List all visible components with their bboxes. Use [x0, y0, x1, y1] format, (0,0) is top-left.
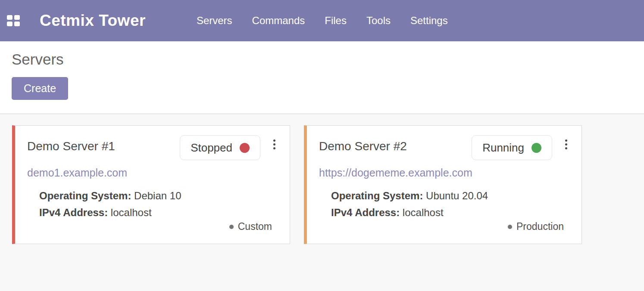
- server-details: Operating System: Ubuntu 20.04 IPv4 Addr…: [331, 187, 568, 221]
- top-navbar: Cetmix Tower Servers Commands Files Tool…: [0, 0, 644, 41]
- detail-operating-system: Operating System: Debian 10: [39, 187, 276, 204]
- detail-ipv4-address: IPv4 Address: localhost: [331, 204, 568, 221]
- status-dot-icon: [531, 143, 541, 153]
- server-status-button[interactable]: Running: [472, 135, 552, 160]
- card-header: Demo Server #2 Running: [319, 135, 568, 160]
- apps-grid-icon[interactable]: [7, 15, 20, 26]
- kebab-menu-icon[interactable]: [272, 139, 276, 150]
- tag-dot-icon: [508, 225, 512, 229]
- status-label: Running: [482, 141, 524, 155]
- control-panel: Servers Create: [0, 41, 644, 114]
- menu-item-tools[interactable]: Tools: [366, 15, 391, 27]
- card-footer: Custom: [27, 221, 276, 232]
- tag-label: Custom: [238, 221, 272, 232]
- server-url-link[interactable]: demo1.example.com: [27, 167, 127, 179]
- tag-label: Production: [516, 221, 564, 232]
- menu-item-settings[interactable]: Settings: [410, 15, 448, 27]
- server-name: Demo Server #2: [319, 139, 472, 153]
- create-button[interactable]: Create: [12, 77, 68, 100]
- server-name: Demo Server #1: [27, 139, 180, 153]
- server-status-button[interactable]: Stopped: [180, 135, 260, 160]
- server-card-demo-1[interactable]: Demo Server #1 Stopped demo1.example.com…: [12, 125, 290, 244]
- status-label: Stopped: [191, 141, 232, 155]
- tag-dot-icon: [229, 225, 234, 229]
- server-url-link[interactable]: https://dogememe.example.com: [319, 167, 472, 179]
- detail-ipv4-address: IPv4 Address: localhost: [39, 204, 276, 221]
- kanban-view: Demo Server #1 Stopped demo1.example.com…: [0, 114, 644, 291]
- menu-item-files[interactable]: Files: [325, 15, 347, 27]
- detail-operating-system: Operating System: Ubuntu 20.04: [331, 187, 568, 204]
- server-details: Operating System: Debian 10 IPv4 Address…: [39, 187, 276, 221]
- server-card-demo-2[interactable]: Demo Server #2 Running https://dogememe.…: [304, 125, 582, 244]
- card-footer: Production: [319, 221, 568, 232]
- menu-item-servers[interactable]: Servers: [197, 15, 232, 27]
- page-title: Servers: [12, 51, 631, 68]
- status-dot-icon: [240, 143, 250, 153]
- card-header: Demo Server #1 Stopped: [27, 135, 276, 160]
- menu-item-commands[interactable]: Commands: [252, 15, 305, 27]
- main-menu: Servers Commands Files Tools Settings: [197, 15, 448, 27]
- brand-title[interactable]: Cetmix Tower: [40, 12, 146, 30]
- kebab-menu-icon[interactable]: [564, 139, 568, 150]
